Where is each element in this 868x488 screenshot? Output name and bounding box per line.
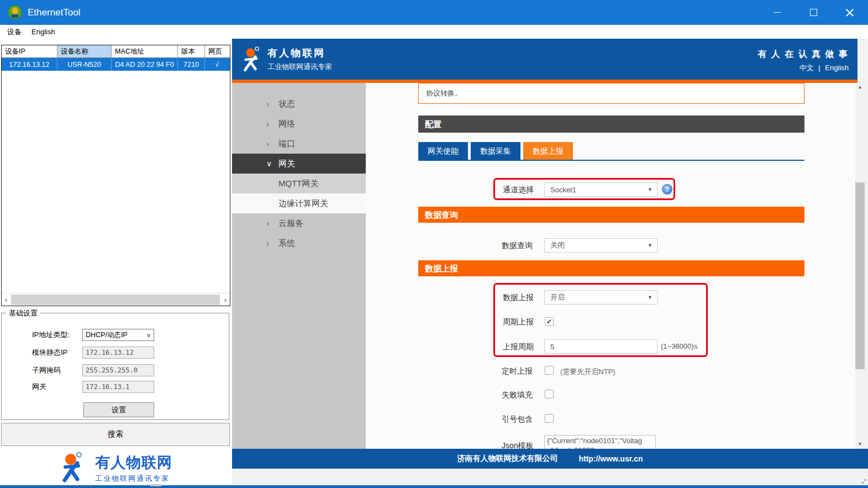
window-title: EthernetTool [28,0,80,25]
menu-device[interactable]: 设备 [7,25,22,39]
device-table: 设备IP 设备名称 MAC地址 版本 网页 172.16.13.12 USR-N… [1,45,230,306]
close-icon [845,8,854,17]
sidebar-item-label: MQTT网关 [278,174,319,193]
sidebar-item-gateway[interactable]: ∨ 网关 [232,154,366,174]
maximize-button[interactable] [795,0,832,25]
chevron-right-icon: › [266,94,269,114]
fail-fill-checkbox[interactable] [545,390,554,398]
footer-company: 济南有人物联网技术有限公司 [457,454,557,464]
web-content: 协议转换。 配置 网关使能 数据采集 数据上报 通道选择 Socket1 ▼ ?… [366,83,855,449]
timed-report-note: (需要先开启NTP) [560,367,616,377]
channel-label: 通道选择 [503,185,534,195]
web-brand: 有人物联网 [267,46,325,60]
sidebar-item-edge-gateway[interactable]: 边缘计算网关 [232,193,366,213]
col-webpage[interactable]: 网页 [205,45,229,57]
quote-include-checkbox[interactable] [545,414,554,423]
maximize-icon [810,9,817,16]
tab-data-collect[interactable]: 数据采集 [471,142,520,160]
sidebar-item-network[interactable]: › 网络 [232,114,366,134]
scroll-up-icon[interactable]: ▲ [855,83,865,92]
subnet-mask-label: 子网掩码 [32,364,61,376]
title-bar: EthernetTool [0,0,868,25]
web-header-logo-icon [239,43,266,75]
cell-device-ip: 172.16.13.12 [2,58,57,71]
data-query-select[interactable]: 关闭 ▼ [544,238,657,253]
usr-logo-brand: 有人物联网 [95,453,172,473]
section-data-query: 数据查询 [418,207,804,223]
tab-underline [418,160,804,161]
app-logo-icon [8,5,22,19]
web-brand-tagline: 工业物联网通讯专家 [267,62,332,72]
language-switch: 中文 | English [799,63,849,73]
cell-version: 7210 [178,58,205,71]
sidebar-item-label: 端口 [278,134,295,154]
lang-zh-link[interactable]: 中文 [799,64,814,72]
scroll-right-icon[interactable]: › [221,293,230,306]
chevron-down-icon: ∨ [266,154,272,174]
web-slogan: 有 人 在 认 真 做 事 [757,49,849,60]
channel-select[interactable]: Socket1 ▼ [544,182,657,197]
embedded-web-page: 有人物联网 工业物联网通讯专家 有 人 在 认 真 做 事 中文 | Engli… [232,39,868,488]
timed-report-label: 定时上报 [502,366,533,376]
data-report-select[interactable]: 开启 ▼ [544,290,657,305]
tab-gateway-enable[interactable]: 网关使能 [418,142,468,160]
channel-highlight-box: 通道选择 Socket1 ▼ ? [493,178,675,200]
subnet-mask-field[interactable]: 255.255.255.0 [82,364,154,376]
close-button[interactable] [832,0,868,25]
hscroll-thumb[interactable] [11,295,220,305]
scroll-left-icon[interactable]: ‹ [2,293,10,306]
dropdown-arrow-icon: ▼ [648,295,653,300]
help-icon[interactable]: ? [662,184,672,195]
static-ip-label: 模块静态IP [32,347,67,359]
page-vscrollbar[interactable]: ▲ ▼ [855,83,865,449]
col-device-name[interactable]: 设备名称 [57,45,112,57]
sidebar-item-cloud[interactable]: › 云服务 [232,213,366,233]
sidebar-item-mqtt-gateway[interactable]: MQTT网关 [232,174,366,193]
footer-url[interactable]: http://www.usr.cn [578,454,643,463]
device-table-header: 设备IP 设备名称 MAC地址 版本 网页 [2,45,230,58]
lang-en-link[interactable]: English [825,64,849,72]
web-link-icon[interactable]: √ [205,58,229,71]
chevron-right-icon: › [266,213,269,233]
app-logo-base [12,14,18,18]
ip-type-value: DHCP/动态IP [86,330,128,340]
minimize-icon [774,12,781,13]
channel-value: Socket1 [550,186,576,194]
left-panel: 设备IP 设备名称 MAC地址 版本 网页 172.16.13.12 USR-N… [0,39,232,488]
minimize-button[interactable] [759,0,795,25]
chevron-right-icon: › [266,134,269,154]
report-period-label: 上报周期 [503,342,534,352]
sidebar-item-label: 状态 [278,94,295,114]
sidebar-item-status[interactable]: › 状态 [232,94,366,114]
resize-grip[interactable] [865,479,866,481]
static-ip-field[interactable]: 172.16.13.12 [82,347,154,359]
set-button[interactable]: 设置 [83,402,154,417]
scroll-down-icon[interactable]: ▼ [855,440,865,449]
usr-logo-tagline: 工业物联网通讯专家 [95,474,172,484]
chevron-down-icon: ∨ [146,332,151,339]
search-button[interactable]: 搜索 [1,423,230,446]
resize-grip[interactable] [862,482,864,484]
report-period-input[interactable]: 5 [544,339,657,354]
vscroll-thumb[interactable] [855,182,865,369]
col-device-ip[interactable]: 设备IP [2,45,57,57]
col-mac[interactable]: MAC地址 [112,45,178,57]
sidebar-item-port[interactable]: › 端口 [232,134,366,154]
period-enable-checkbox[interactable]: ✔ [545,317,554,326]
usr-logo-person-icon [59,452,90,484]
usr-logo: 有人物联网 工业物联网通讯专家 [0,449,231,487]
device-table-hscrollbar[interactable]: ‹ › [2,293,230,306]
data-report-label: 数据上报 [503,293,534,303]
sidebar-item-system[interactable]: › 系统 [232,233,366,253]
tab-data-report[interactable]: 数据上报 [523,142,573,160]
chevron-right-icon: › [266,114,269,134]
section-data-report: 数据上报 [418,260,804,276]
timed-report-checkbox[interactable] [545,366,554,375]
table-row[interactable]: 172.16.13.12 USR-N520 D4 AD 20 22 94 F0 … [2,58,230,71]
ip-type-select[interactable]: DHCP/动态IP ∨ [82,329,154,341]
menu-english[interactable]: English [31,25,55,39]
col-version[interactable]: 版本 [178,45,205,57]
bottom-scroll-thumb[interactable] [150,484,161,486]
sidebar-item-label: 系统 [278,233,295,253]
gateway-field[interactable]: 172.16.13.1 [82,381,154,393]
